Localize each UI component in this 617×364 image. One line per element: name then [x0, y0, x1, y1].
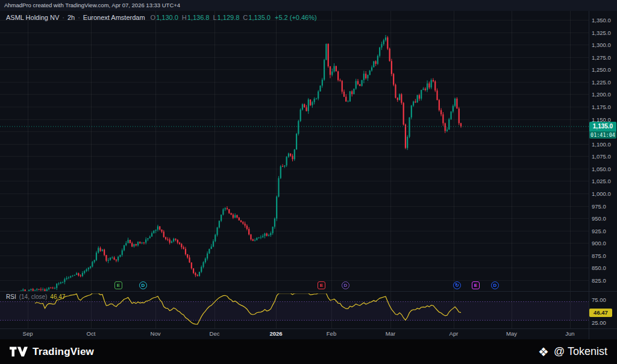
- price-chart[interactable]: [0, 11, 617, 339]
- price-tick-label: 1,300.0: [592, 42, 611, 48]
- open-label: O: [151, 14, 156, 21]
- dividend-marker[interactable]: D: [342, 281, 349, 289]
- tokenist-watermark: ❖ @ Tokenist: [538, 345, 607, 358]
- watermark-text: @ Tokenist: [554, 345, 607, 358]
- low-label: L: [213, 14, 216, 21]
- bar-countdown: 01:41:04: [589, 131, 616, 139]
- time-axis-label: May: [500, 330, 524, 337]
- rsi-params: (14, close): [19, 293, 48, 300]
- dividend-marker[interactable]: D: [491, 281, 499, 289]
- time-axis-label: 2026: [264, 330, 288, 337]
- price-change: +5.2 (+0.46%): [275, 14, 317, 21]
- time-axis-label: Mar: [378, 330, 402, 337]
- price-tick-label: 1,075.0: [592, 153, 611, 160]
- price-tick-label: 1,225.0: [592, 79, 611, 86]
- rsi-tick-label: 25.00: [592, 319, 606, 326]
- time-axis-label: Apr: [442, 330, 466, 337]
- high-value: 1,136.8: [187, 14, 210, 21]
- symbol-name[interactable]: ASML Holding NV: [6, 14, 59, 21]
- time-axis-label: Feb: [319, 330, 343, 337]
- price-tick-label: 1,175.0: [592, 104, 611, 110]
- price-tick-label: 950.0: [592, 215, 606, 222]
- tradingview-logo[interactable]: TradingView: [10, 346, 94, 358]
- chart-legend[interactable]: ASML Holding NV · 2h · Euronext Amsterda…: [6, 14, 317, 21]
- candlestick-series: [7, 35, 462, 296]
- last-price-value: 1,135.0: [589, 122, 616, 131]
- ohlc-readout: O1,130.0 H1,136.8 L1,129.8 C1,135.0: [151, 14, 271, 21]
- price-tick-label: 925.0: [592, 228, 606, 234]
- grid-layer: [0, 11, 589, 328]
- split-marker[interactable]: ↻: [453, 281, 461, 289]
- price-tick-label: 900.0: [592, 240, 606, 246]
- price-tick-label: 1,025.0: [592, 178, 611, 184]
- attribution-text: AhmadPro created with TradingView.com, A…: [4, 2, 180, 8]
- rsi-legend[interactable]: RSI (14, close) 46.47: [6, 293, 65, 300]
- time-axis-label: Oct: [79, 330, 103, 337]
- tokenist-icon: ❖: [538, 346, 549, 358]
- earnings-marker[interactable]: E: [318, 281, 325, 289]
- rsi-badge: 46.47: [589, 309, 612, 317]
- time-axis-label: Nov: [143, 330, 168, 337]
- price-tick-label: 975.0: [592, 203, 606, 210]
- time-axis-label: Jun: [558, 330, 582, 337]
- rsi-band-fill: [0, 302, 589, 321]
- price-tick-label: 1,325.0: [592, 30, 611, 36]
- tradingview-chart-window: AhmadPro created with TradingView.com, A…: [0, 0, 617, 364]
- price-axis[interactable]: 1,135.0 01:41:04 46.47 1,350.01,325.01,3…: [589, 11, 617, 339]
- low-value: 1,129.8: [218, 14, 240, 21]
- price-tick-label: 850.0: [592, 265, 606, 271]
- last-price-badge: 1,135.0 01:41:04: [589, 122, 616, 139]
- exchange-label: Euronext Amsterdam: [83, 14, 145, 21]
- price-tick-label: 1,100.0: [592, 141, 611, 148]
- close-value: 1,135.0: [248, 14, 271, 21]
- earnings-marker[interactable]: E: [472, 281, 480, 289]
- interval-label[interactable]: 2h: [67, 14, 75, 21]
- rsi-title[interactable]: RSI: [6, 293, 16, 300]
- dividend-marker[interactable]: D: [139, 281, 147, 289]
- tradingview-icon: [10, 347, 28, 357]
- time-axis-label: Dec: [202, 330, 227, 337]
- price-tick-label: 1,250.0: [592, 66, 611, 73]
- close-label: C: [243, 14, 248, 21]
- tradingview-wordmark: TradingView: [33, 346, 94, 358]
- price-tick-label: 1,275.0: [592, 54, 611, 61]
- attribution-bar: AhmadPro created with TradingView.com, A…: [0, 0, 617, 11]
- price-tick-label: 1,350.0: [592, 17, 611, 24]
- high-label: H: [182, 14, 187, 21]
- separator: ·: [78, 14, 80, 21]
- time-axis-label: Sep: [16, 330, 40, 337]
- earnings-marker[interactable]: E: [114, 281, 122, 289]
- footer-bar: TradingView ❖ @ Tokenist: [0, 339, 617, 364]
- price-tick-label: 1,000.0: [592, 190, 611, 197]
- rsi-tick-label: 75.00: [592, 297, 606, 303]
- price-tick-label: 1,200.0: [592, 91, 611, 98]
- price-tick-label: 825.0: [592, 277, 606, 284]
- price-tick-label: 1,050.0: [592, 166, 611, 172]
- open-value: 1,130.0: [156, 14, 178, 21]
- price-tick-label: 875.0: [592, 253, 606, 259]
- rsi-value: 46.47: [50, 293, 65, 300]
- separator: ·: [62, 14, 64, 21]
- time-axis[interactable]: SepOctNovDec2026FebMarAprMayJun: [0, 328, 589, 339]
